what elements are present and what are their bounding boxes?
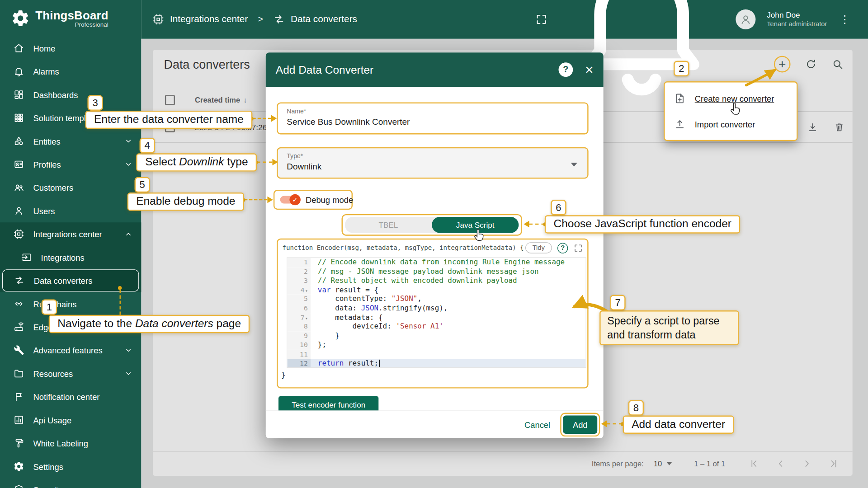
connector-dot xyxy=(118,286,122,290)
sidebar-item-white-labeling[interactable]: White Labeling xyxy=(0,432,141,455)
sidebar-item-profiles[interactable]: Profiles xyxy=(0,153,141,176)
sidebar-item-label: Profiles xyxy=(33,160,61,169)
sidebar-item-label: Customers xyxy=(33,183,73,192)
encoder-function-header: function Encoder(msg, metadata, msgType,… xyxy=(278,239,587,256)
sidebar-item-integrations-center[interactable]: Integrations center xyxy=(0,222,141,245)
code-line: 2// msg - JSON message payload downlink … xyxy=(288,267,586,276)
step-badge-3: 3 xyxy=(87,95,103,111)
sidebar: ThingsBoard Professional HomeAlarmsDashb… xyxy=(0,0,141,488)
sidebar-item-dashboards[interactable]: Dashboards xyxy=(0,83,141,106)
cancel-button[interactable]: Cancel xyxy=(524,420,550,429)
step-badge-7: 7 xyxy=(610,295,625,310)
dialog-header: Add Data Converter ? × xyxy=(266,52,604,87)
fullscreen-icon[interactable] xyxy=(535,13,547,25)
sidebar-item-label: Integrations center xyxy=(33,230,102,239)
connector-line xyxy=(607,423,622,424)
step-badge-2: 2 xyxy=(674,61,689,76)
pointer-cursor-icon xyxy=(473,228,486,242)
type-select[interactable]: Type* Downlink xyxy=(277,147,588,179)
connector-line xyxy=(529,224,545,225)
chevron-up-icon xyxy=(123,229,133,239)
security-icon xyxy=(13,484,24,488)
tidy-button[interactable]: Tidy xyxy=(525,242,552,253)
code-editor[interactable]: 1// Encode downlink data from incoming R… xyxy=(287,257,586,368)
sidebar-item-label: Integrations xyxy=(41,253,85,262)
name-value: Service Bus Downlink Converter xyxy=(287,117,578,127)
sidebar-item-integrations[interactable]: Integrations xyxy=(0,246,141,269)
add-button[interactable]: Add xyxy=(563,416,597,434)
code-line: 5 contentType: "JSON", xyxy=(288,295,586,304)
avatar[interactable] xyxy=(736,9,756,29)
connector-line xyxy=(257,162,272,163)
user-name: John Doe xyxy=(767,11,827,20)
encoder-tab-tbel[interactable]: TBEL xyxy=(345,217,432,233)
code-line: 6 data: JSON.stringify(msg), xyxy=(288,304,586,313)
debug-label: Debug mode xyxy=(306,195,353,205)
alarms-icon xyxy=(13,66,24,77)
sidebar-item-resources[interactable]: Resources xyxy=(0,362,141,385)
name-field[interactable]: Name* Service Bus Downlink Converter xyxy=(277,103,588,135)
notification-center-icon xyxy=(13,391,24,402)
connector-line xyxy=(252,118,271,119)
fold-caret-icon[interactable]: ▾ xyxy=(305,316,308,321)
sidebar-item-entities[interactable]: Entities xyxy=(0,130,141,153)
callout-step6: Choose JavaScript function encoder xyxy=(545,215,741,233)
fold-caret-icon[interactable]: ▾ xyxy=(305,288,308,293)
function-signature: function Encoder(msg, metadata, msgType,… xyxy=(282,244,525,252)
sidebar-item-advanced-features[interactable]: Advanced features xyxy=(0,338,141,361)
code-line: 11 xyxy=(288,350,586,359)
brand-logo[interactable]: ThingsBoard Professional xyxy=(0,0,141,37)
sidebar-item-label: Security xyxy=(33,485,63,488)
pointer-cursor-icon xyxy=(730,102,742,116)
customers-icon xyxy=(13,182,24,193)
connector-line xyxy=(244,199,267,200)
close-icon[interactable]: × xyxy=(585,62,594,77)
kebab-menu-icon[interactable]: ⋮ xyxy=(838,13,851,26)
sidebar-item-users[interactable]: Users xyxy=(0,199,141,222)
debug-mode-toggle[interactable]: ✓ Debug mode xyxy=(274,190,353,210)
type-label: Type* xyxy=(287,153,578,160)
sidebar-item-notification-center[interactable]: Notification center xyxy=(0,385,141,408)
solution-templates-icon xyxy=(13,113,24,123)
step-badge-5: 5 xyxy=(135,177,150,192)
entities-icon xyxy=(13,136,24,146)
sidebar-item-settings[interactable]: Settings xyxy=(0,455,141,478)
chevron-down-icon xyxy=(123,485,133,488)
sidebar-item-label: White Labeling xyxy=(33,438,88,448)
callout-step1: Navigate to the Data converters page xyxy=(49,315,250,333)
breadcrumb-parent[interactable]: Integrations center xyxy=(170,14,248,25)
add-data-converter-dialog: Add Data Converter ? × Name* Service Bus… xyxy=(266,52,604,438)
app-window: ThingsBoard Professional HomeAlarmsDashb… xyxy=(0,0,868,488)
sidebar-item-label: Api Usage xyxy=(33,415,71,425)
sidebar-item-home[interactable]: Home xyxy=(0,37,141,60)
dashboards-icon xyxy=(13,89,24,100)
sidebar-item-customers[interactable]: Customers xyxy=(0,176,141,199)
closing-brace: } xyxy=(281,371,587,379)
sidebar-item-security[interactable]: Security xyxy=(0,478,141,488)
code-line: 10}; xyxy=(288,340,586,349)
function-help-icon[interactable]: ? xyxy=(557,243,568,253)
code-line: 12return result; xyxy=(288,359,586,368)
brand-subtitle: Professional xyxy=(35,21,108,28)
code-line: 3// Result object with encoded downlink … xyxy=(288,276,586,285)
connector-arrow xyxy=(524,221,529,228)
expand-icon[interactable] xyxy=(574,243,583,253)
person-icon xyxy=(739,13,752,26)
help-icon[interactable]: ? xyxy=(558,62,573,77)
users-icon xyxy=(13,205,24,216)
sidebar-item-alarms[interactable]: Alarms xyxy=(0,60,141,83)
dialog-title: Add Data Converter xyxy=(276,63,373,76)
test-encoder-button[interactable]: Test encoder function xyxy=(278,396,379,411)
user-info[interactable]: John Doe Tenant administrator xyxy=(767,11,827,28)
upload-icon xyxy=(674,118,686,130)
step-badge-6: 6 xyxy=(551,200,566,215)
sidebar-item-api-usage[interactable]: Api Usage xyxy=(0,408,141,432)
data-converters-icon xyxy=(14,275,25,286)
callout-step5: Enable debug mode xyxy=(127,192,244,211)
connector-arrow xyxy=(272,159,278,165)
sidebar-item-label: Advanced features xyxy=(33,346,102,355)
sidebar-item-label: Resources xyxy=(33,369,73,378)
add-button-highlight: Add xyxy=(560,413,600,436)
callout-step4: Select Downlink type xyxy=(137,153,257,171)
breadcrumb-current[interactable]: Data converters xyxy=(291,14,357,25)
